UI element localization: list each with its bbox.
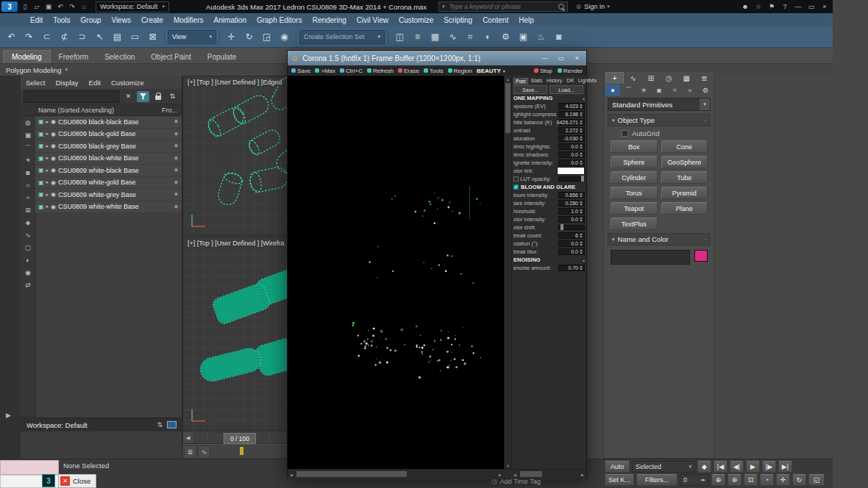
menu-item[interactable]: Help — [513, 13, 539, 26]
primitive-button[interactable]: Sphere — [611, 156, 658, 168]
workspace-dropdown[interactable]: Workspace: Default ▾ — [96, 1, 169, 12]
frame-number-field[interactable]: 0◂▸ — [680, 474, 709, 486]
curve-editor-icon[interactable]: ∿ — [444, 29, 461, 46]
tab-utilities[interactable]: ≣ — [696, 72, 713, 84]
spinner-icon[interactable] — [580, 193, 583, 198]
tab-modify[interactable]: ∿ — [625, 72, 641, 84]
sub-shapes[interactable]: ⌒ — [621, 85, 636, 96]
use-center-icon[interactable]: ◉ — [276, 29, 293, 46]
vertical-scrollbar[interactable]: ▲ ▼ — [504, 76, 511, 469]
corona-title-bar[interactable]: ☺ Corona 1.5 (hotfix 1) Frame Buffer (12… — [288, 51, 586, 65]
select-object-icon[interactable]: ↖ — [91, 29, 108, 46]
maximize-icon[interactable]: ▭ — [555, 53, 567, 63]
sync-selection-icon[interactable]: ⇄ — [23, 280, 34, 290]
object-color-swatch[interactable] — [694, 250, 708, 262]
keyframe-marker[interactable] — [240, 447, 243, 455]
filter-lights-icon[interactable]: ☀ — [23, 155, 34, 165]
search-scope-icon[interactable]: ▾ — [442, 4, 445, 10]
scene-row[interactable]: ▣ ▸ ◉ CSU0809 black-gold Base ✳ — [35, 129, 182, 141]
scene-row[interactable]: ▣ ▸ ◉ CSU0809 black-black Base ✳ — [35, 116, 182, 129]
spinner-icon[interactable] — [580, 209, 583, 215]
scene-row[interactable]: ▣ ▸ ◉ CSU0809 black-white Base ✳ — [35, 153, 182, 165]
sub-cameras[interactable]: ◙ — [652, 85, 666, 96]
primitive-button[interactable]: Teapot — [611, 202, 658, 215]
layer-manager-icon[interactable]: ▦ — [427, 29, 444, 46]
menu-item[interactable]: Tools — [48, 13, 75, 26]
value-field[interactable]: 6.198 — [558, 111, 585, 118]
filter-geometry-icon[interactable]: ▣ — [23, 130, 34, 140]
visibility-eye-icon[interactable]: ◉ — [51, 118, 56, 125]
fov-icon[interactable]: ◔ — [760, 474, 774, 486]
lock-explorer-icon[interactable] — [152, 91, 164, 102]
primitive-button[interactable]: Pyramid — [661, 187, 708, 199]
rectangular-region-icon[interactable]: ▭ — [127, 29, 143, 46]
sub-spacewarps[interactable]: ≈ — [683, 85, 697, 96]
denoising-header[interactable]: ENOISING▴ — [513, 256, 585, 264]
restore-window-icon[interactable]: ▭ — [805, 1, 818, 12]
mirror-icon[interactable]: ◫ — [391, 29, 408, 46]
frozen-icon[interactable]: ✳ — [174, 131, 179, 137]
select-and-move-icon[interactable]: ✛ — [223, 29, 240, 46]
menu-item[interactable]: Modifiers — [168, 13, 209, 26]
auto-key-button[interactable]: Auto — [605, 461, 630, 473]
filter-containers-icon[interactable]: ▢ — [23, 243, 34, 253]
scene-row[interactable]: ▣ ▸ ◉ CSU0809 white-white Base ✳ — [35, 201, 182, 214]
tab-display[interactable]: ▦ — [678, 72, 695, 84]
spinner-icon[interactable] — [580, 160, 583, 166]
filter-icon[interactable] — [137, 91, 149, 102]
spinner-icon[interactable] — [580, 233, 583, 239]
play-button[interactable]: ▶ — [746, 461, 760, 473]
ribbon-tab[interactable]: Freeform — [51, 51, 97, 63]
unlink-selection-icon[interactable]: ⊄ — [56, 29, 73, 46]
filter-shapes-icon[interactable]: ⌒ — [23, 143, 34, 153]
menu-item[interactable]: Customize — [394, 13, 438, 26]
spinner-icon[interactable]: ◂▸ — [700, 477, 705, 483]
viewport-label[interactable]: [+] [Top ] [User Defined ] [Edged — [188, 79, 282, 86]
value-field[interactable]: 0.0 — [558, 240, 585, 247]
explorer-search-input[interactable] — [24, 90, 120, 103]
color-shift-slider[interactable] — [558, 225, 585, 230]
frozen-icon[interactable]: ✳ — [174, 167, 179, 173]
search-icon[interactable] — [558, 4, 564, 10]
stop-render-button[interactable]: Stop — [534, 68, 552, 74]
tab-create[interactable]: + — [605, 72, 624, 84]
render-iterative-icon[interactable]: ◙ — [550, 29, 567, 46]
filter-bones-icon[interactable]: ∿ — [23, 230, 34, 240]
menu-item[interactable]: Content — [477, 13, 513, 26]
value-field[interactable]: 0.0 — [558, 248, 585, 255]
refresh-button[interactable]: Refresh — [367, 68, 394, 74]
zoom-extents-icon[interactable]: ⊡ — [744, 474, 758, 486]
lut-opacity-slider[interactable] — [558, 176, 585, 182]
scrollbar-thumb[interactable] — [505, 83, 511, 133]
tab-hierarchy[interactable]: ⊞ — [642, 72, 659, 84]
close-icon[interactable]: ✕ — [60, 476, 70, 486]
object-type-rollout[interactable]: ▾ Object Type ◦ — [608, 114, 711, 126]
previous-frame-button[interactable]: ◀| — [730, 461, 744, 473]
primitive-button[interactable]: Plane — [661, 202, 708, 215]
filter-xrefs-icon[interactable]: ◈ — [23, 218, 34, 228]
primitive-button[interactable]: Box — [611, 140, 658, 153]
scroll-up-icon[interactable]: ▲ — [505, 76, 511, 82]
ribbon-tab[interactable]: Modeling — [3, 50, 51, 63]
corona-tab[interactable]: DR — [565, 78, 575, 85]
sort-icon[interactable]: ⇅ — [166, 91, 179, 102]
visibility-eye-icon[interactable]: ◉ — [51, 204, 56, 210]
scroll-down-icon[interactable]: ▼ — [505, 462, 511, 469]
spinner-icon[interactable] — [580, 104, 583, 110]
spinner-icon[interactable] — [580, 144, 583, 150]
expander-icon[interactable]: ▸ — [46, 204, 49, 209]
explorer-menu-item[interactable]: Edit — [84, 79, 106, 87]
bloom-glare-header[interactable]: ✓ BLOOM AND GLARE — [513, 183, 585, 191]
open-file-icon[interactable]: ▱ — [31, 1, 43, 12]
taskbar-thumbnail-close[interactable]: ✕ Close — [58, 474, 96, 488]
scroll-right-icon[interactable]: ▶ — [579, 470, 586, 479]
value-field[interactable]: 6 — [558, 232, 585, 239]
frozen-icon[interactable]: ✳ — [174, 155, 179, 162]
name-and-color-rollout[interactable]: ▾ Name and Color ◦ — [608, 233, 711, 245]
spinner-icon[interactable] — [580, 249, 583, 255]
explorer-menu-item[interactable]: Customize — [106, 79, 149, 87]
project-folder-icon[interactable]: ⌂ — [78, 1, 90, 12]
close-icon[interactable]: × — [571, 53, 583, 63]
value-field[interactable]: 4.023 — [558, 103, 585, 110]
frozen-icon[interactable]: ✳ — [174, 191, 179, 198]
